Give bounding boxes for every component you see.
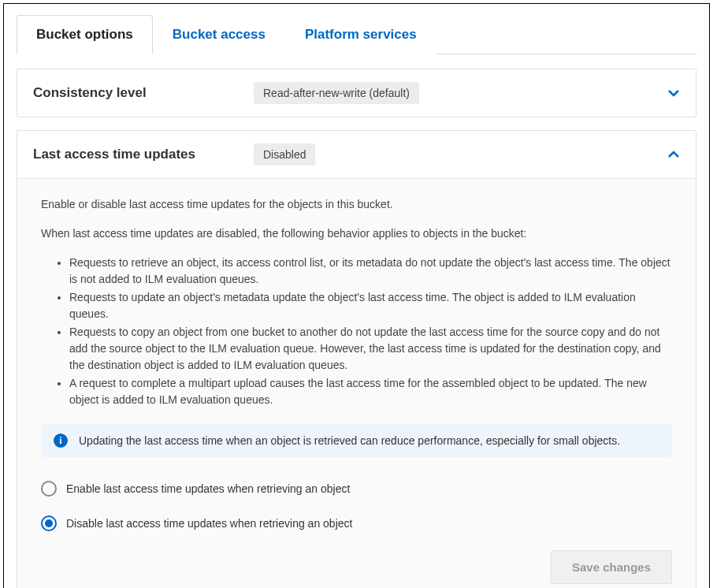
last-access-panel-header[interactable]: Last access time updates Disabled bbox=[17, 131, 696, 178]
tab-bucket-access[interactable]: Bucket access bbox=[153, 15, 285, 54]
radio-label: Disable last access time updates when re… bbox=[66, 517, 352, 530]
tab-bar: Bucket options Bucket access Platform se… bbox=[17, 15, 696, 54]
list-item: Requests to update an object's metadata … bbox=[69, 289, 672, 322]
last-access-intro: Enable or disable last access time updat… bbox=[41, 196, 672, 213]
info-note: i Updating the last access time when an … bbox=[41, 424, 672, 457]
last-access-value-badge: Disabled bbox=[254, 143, 315, 166]
last-access-behavior-intro: When last access time updates are disabl… bbox=[41, 225, 672, 242]
last-access-panel: Last access time updates Disabled Enable… bbox=[17, 130, 696, 588]
consistency-value-badge: Read-after-new-write (default) bbox=[254, 82, 419, 104]
radio-input[interactable] bbox=[41, 481, 57, 497]
consistency-panel-header[interactable]: Consistency level Read-after-new-write (… bbox=[17, 69, 696, 117]
list-item: Requests to copy an object from one buck… bbox=[69, 324, 672, 374]
tab-bucket-options[interactable]: Bucket options bbox=[17, 15, 153, 54]
radio-enable-last-access[interactable]: Enable last access time updates when ret… bbox=[41, 481, 672, 497]
info-icon: i bbox=[54, 434, 68, 448]
consistency-panel: Consistency level Read-after-new-write (… bbox=[17, 69, 696, 117]
list-item: A request to complete a multipart upload… bbox=[69, 375, 672, 408]
info-note-text: Updating the last access time when an ob… bbox=[79, 434, 620, 447]
last-access-title: Last access time updates bbox=[33, 147, 254, 162]
tab-platform-services[interactable]: Platform services bbox=[285, 15, 436, 54]
radio-disable-last-access[interactable]: Disable last access time updates when re… bbox=[41, 515, 672, 531]
actions-row: Save changes bbox=[41, 550, 672, 584]
radio-label: Enable last access time updates when ret… bbox=[66, 482, 350, 495]
save-changes-button[interactable]: Save changes bbox=[551, 550, 672, 584]
page-container: Bucket options Bucket access Platform se… bbox=[3, 3, 710, 588]
radio-input[interactable] bbox=[41, 515, 57, 531]
chevron-down-icon bbox=[667, 87, 680, 99]
last-access-bullet-list: Requests to retrieve an object, its acce… bbox=[69, 255, 672, 408]
chevron-up-icon bbox=[667, 148, 680, 161]
list-item: Requests to retrieve an object, its acce… bbox=[69, 255, 672, 288]
consistency-title: Consistency level bbox=[33, 85, 254, 101]
last-access-panel-body: Enable or disable last access time updat… bbox=[17, 178, 696, 588]
